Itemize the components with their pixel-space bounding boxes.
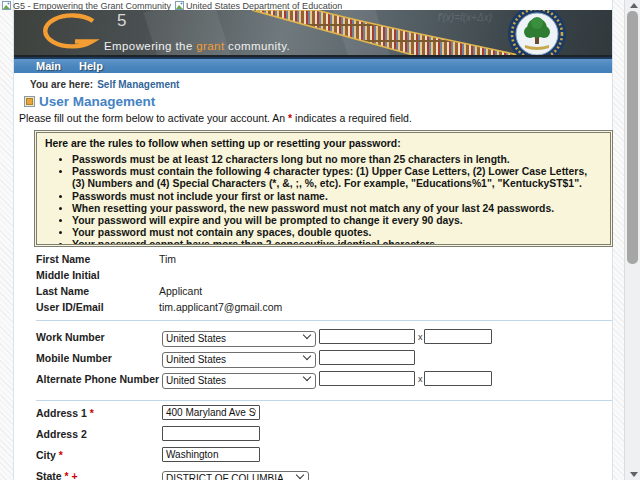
vertical-scrollbar[interactable]: [624, 0, 640, 480]
city-input[interactable]: [162, 447, 260, 462]
tagline-grant: grant: [196, 40, 224, 52]
alternate-country-select[interactable]: United States: [162, 373, 316, 389]
doe-seal-icon: [506, 10, 568, 57]
scroll-up-arrow-icon[interactable]: [630, 3, 638, 8]
window-title-strip: G5 - Empowering the Grant Community Unit…: [2, 0, 342, 11]
address2-input[interactable]: [162, 426, 260, 441]
page-icon: [2, 1, 11, 10]
first-name-label: First Name: [36, 253, 90, 265]
first-name-value: Tim: [159, 253, 176, 265]
alternate-ext-input[interactable]: [424, 371, 492, 386]
password-rule: Passwords must not include your first or…: [72, 191, 602, 203]
password-rule: Passwords must be at least 12 characters…: [72, 154, 602, 166]
scroll-down-arrow-icon[interactable]: [630, 472, 638, 477]
page-title: User Management: [24, 94, 155, 109]
page: f'(x)=f(x+Δx): [13, 0, 613, 480]
address2-label: Address 2: [36, 428, 87, 440]
window-tab-g5[interactable]: G5 - Empowering the Grant Community: [2, 1, 171, 11]
city-label: City *: [36, 449, 63, 461]
password-rule: Your password will expire and you will b…: [72, 215, 602, 227]
alternate-number-input[interactable]: [319, 371, 415, 386]
menu-item-help[interactable]: Help: [79, 60, 103, 72]
address1-input[interactable]: [162, 405, 260, 420]
password-rules-box: Here are the rules to follow when settin…: [34, 130, 613, 247]
user-id-email-value: tim.applicant7@gmail.com: [159, 301, 282, 313]
address1-label: Address 1 *: [36, 407, 94, 419]
user-management-icon: [24, 96, 35, 107]
work-ext-input[interactable]: [424, 329, 492, 344]
work-number-input[interactable]: [319, 329, 415, 344]
page-title-text: User Management: [39, 94, 155, 109]
mobile-number-label: Mobile Number: [36, 352, 112, 364]
scrollbar-thumb[interactable]: [627, 11, 638, 264]
window-tab-doe[interactable]: United States Department of Education: [175, 1, 342, 11]
page-icon: [175, 1, 184, 10]
required-symbol: * +: [65, 470, 78, 480]
state-label: State * +: [36, 470, 78, 480]
last-name-value: Applicant: [159, 285, 202, 297]
password-rule: When resetting your password, the new pa…: [72, 203, 602, 215]
work-country-select-wrap: United States: [162, 328, 316, 344]
banner-tagline: Empowering the grant community.: [104, 40, 290, 52]
alternate-country-select-wrap: United States: [162, 370, 316, 386]
work-ext-separator: x: [418, 332, 423, 342]
intro-text: Please fill out the form below to activa…: [19, 112, 412, 124]
alternate-ext-separator: x: [418, 374, 423, 384]
password-rules-heading: Here are the rules to follow when settin…: [45, 138, 602, 149]
logo-number: 5: [117, 11, 126, 31]
required-symbol: *: [59, 449, 63, 461]
work-number-label: Work Number: [36, 331, 105, 343]
mobile-number-input[interactable]: [319, 350, 415, 365]
mobile-country-select[interactable]: United States: [162, 352, 316, 368]
required-symbol: *: [90, 407, 94, 419]
alternate-phone-label: Alternate Phone Number: [36, 373, 159, 385]
breadcrumb: You are here:Self Management: [30, 79, 179, 90]
password-rule: Your password must not contain any space…: [72, 227, 602, 239]
breadcrumb-link-self-management[interactable]: Self Management: [97, 79, 179, 90]
work-country-select[interactable]: United States: [162, 331, 316, 347]
state-select[interactable]: DISTRICT OF COLUMBIA: [162, 471, 309, 480]
user-id-email-label: User ID/Email: [36, 301, 104, 313]
password-rule: Your password cannot have more than 2 co…: [72, 239, 602, 247]
window-tab-label: United States Department of Education: [186, 1, 342, 11]
state-select-wrap: DISTRICT OF COLUMBIA: [162, 468, 309, 480]
mobile-country-select-wrap: United States: [162, 349, 316, 365]
menu-bar: Main Help: [14, 57, 612, 73]
window-tab-label: G5 - Empowering the Grant Community: [13, 1, 171, 11]
divider: [36, 400, 612, 401]
middle-initial-label: Middle Initial: [36, 269, 100, 281]
divider: [36, 320, 612, 321]
breadcrumb-prefix: You are here:: [30, 79, 93, 90]
password-rule: Passwords must contain the following 4 c…: [72, 166, 602, 190]
menu-item-main[interactable]: Main: [36, 60, 61, 72]
g-letter-icon: [38, 13, 108, 51]
banner: f'(x)=f(x+Δx): [14, 10, 612, 57]
last-name-label: Last Name: [36, 285, 89, 297]
password-rules-list: Passwords must be at least 12 characters…: [45, 154, 602, 247]
